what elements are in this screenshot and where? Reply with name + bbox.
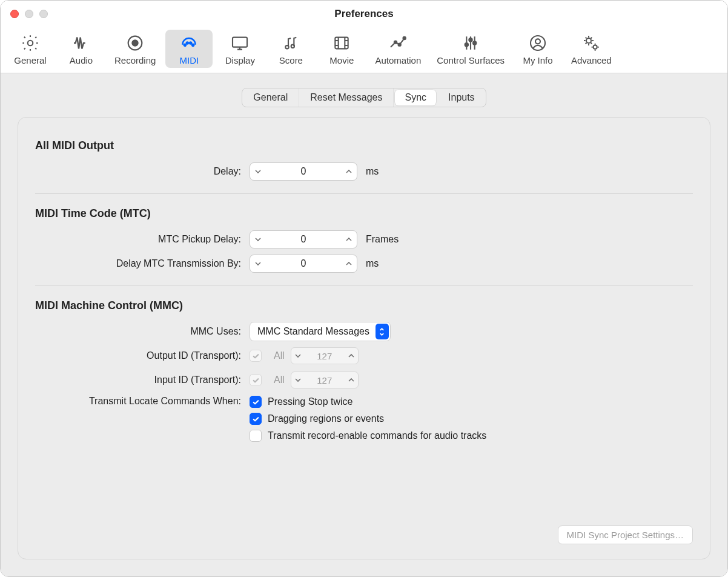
delay-stepper[interactable]: 0 — [250, 162, 357, 181]
tab-advanced[interactable]: Advanced — [565, 30, 618, 68]
input-id-value: 127 — [305, 375, 345, 385]
sliders-icon — [460, 33, 481, 53]
midi-sync-project-settings-button[interactable]: MIDI Sync Project Settings… — [558, 525, 693, 544]
svg-point-9 — [291, 45, 294, 48]
row-mtc-pickup: MTC Pickup Delay: 0 Frames — [35, 227, 693, 252]
subtab-sync[interactable]: Sync — [395, 90, 436, 105]
svg-point-0 — [28, 41, 33, 46]
row-input-id: Input ID (Transport): All 127 — [35, 368, 693, 392]
svg-rect-7 — [233, 38, 247, 47]
chevron-up-icon — [345, 372, 358, 388]
divider — [35, 193, 693, 194]
minimize-window-button[interactable] — [25, 10, 33, 18]
popup-arrows-icon — [376, 324, 389, 339]
display-icon — [229, 33, 251, 53]
label-mmc-uses: MMC Uses: — [35, 326, 241, 337]
gears-icon — [580, 33, 602, 53]
tab-automation[interactable]: Automation — [369, 30, 427, 68]
checkbox-stop-twice-row: Pressing Stop twice — [250, 393, 693, 410]
unit-ms: ms — [366, 166, 693, 177]
svg-point-5 — [190, 42, 191, 44]
chevron-up-icon — [345, 348, 358, 364]
tab-display[interactable]: Display — [216, 30, 263, 68]
row-transmit-locate: Transmit Locate Commands When: Pressing … — [35, 392, 693, 445]
input-id-all-checkbox[interactable] — [250, 374, 262, 386]
input-id-stepper: 127 — [291, 372, 359, 389]
delay-value: 0 — [266, 166, 341, 177]
unit-ms: ms — [366, 258, 693, 269]
output-id-stepper: 127 — [291, 347, 359, 364]
svg-point-18 — [535, 39, 540, 44]
tab-label: Display — [225, 55, 255, 65]
tab-label: Score — [279, 55, 303, 65]
svg-point-16 — [473, 41, 476, 44]
automation-icon — [387, 33, 409, 53]
checkbox-drag-regions-row: Dragging regions or events — [250, 410, 693, 427]
row-delay: Delay: 0 ms — [35, 159, 693, 184]
svg-point-13 — [403, 37, 406, 39]
tab-recording[interactable]: Recording — [108, 30, 162, 68]
mtc-tx-stepper[interactable]: 0 — [250, 255, 357, 273]
checkbox-stop-twice[interactable] — [250, 396, 262, 408]
tab-midi[interactable]: MIDI — [165, 30, 213, 68]
checkbox-stop-twice-label: Pressing Stop twice — [268, 396, 353, 407]
music-notes-icon — [280, 33, 302, 53]
preferences-window: Preferences General Audio Recording MID — [0, 0, 728, 577]
mtc-tx-value: 0 — [266, 258, 341, 269]
chevron-up-icon[interactable] — [341, 231, 357, 248]
tab-label: Movie — [329, 55, 354, 65]
mmc-uses-popup[interactable]: MMC Standard Messages — [250, 322, 391, 341]
subtab-general[interactable]: General — [242, 88, 299, 107]
output-id-all-checkbox[interactable] — [250, 350, 262, 362]
chevron-down-icon[interactable] — [250, 255, 266, 272]
svg-point-19 — [586, 38, 591, 43]
checkbox-drag-regions[interactable] — [250, 413, 262, 425]
chevron-down-icon — [291, 348, 305, 364]
label-transmit-locate: Transmit Locate Commands When: — [35, 393, 241, 407]
section-title-mmc: MIDI Machine Control (MMC) — [35, 299, 693, 312]
label-mtc-pickup: MTC Pickup Delay: — [35, 234, 241, 245]
tab-my-info[interactable]: My Info — [514, 30, 561, 68]
output-id-all-label: All — [274, 350, 285, 361]
tab-label: My Info — [523, 55, 552, 65]
subtab-reset-messages[interactable]: Reset Messages — [299, 88, 394, 107]
svg-point-20 — [594, 45, 597, 49]
svg-point-14 — [465, 43, 468, 46]
checkbox-rec-enable[interactable] — [250, 430, 262, 442]
row-mmc-uses: MMC Uses: MMC Standard Messages — [35, 319, 693, 344]
chevron-up-icon[interactable] — [341, 255, 357, 272]
mmc-uses-value: MMC Standard Messages — [257, 326, 369, 337]
chevron-down-icon — [291, 372, 305, 388]
chevron-down-icon[interactable] — [250, 163, 266, 180]
gear-icon — [19, 33, 41, 53]
tab-audio[interactable]: Audio — [58, 30, 105, 68]
close-window-button[interactable] — [10, 10, 19, 18]
svg-point-15 — [469, 38, 472, 41]
chevron-down-icon[interactable] — [250, 231, 266, 248]
content: General Reset Messages Sync Inputs All M… — [1, 73, 727, 576]
tab-general[interactable]: General — [7, 30, 54, 68]
settings-panel: All MIDI Output Delay: 0 ms MIDI Time Co… — [18, 117, 710, 559]
mtc-pickup-value: 0 — [266, 234, 341, 245]
person-circle-icon — [527, 33, 549, 53]
row-mtc-tx: Delay MTC Transmission By: 0 ms — [35, 252, 693, 276]
tab-label: Control Surfaces — [437, 55, 505, 65]
output-id-value: 127 — [305, 351, 345, 361]
section-title-all-midi-output: All MIDI Output — [35, 139, 693, 152]
tab-score[interactable]: Score — [267, 30, 314, 68]
subtab-inputs[interactable]: Inputs — [437, 88, 486, 107]
tab-control-surfaces[interactable]: Control Surfaces — [431, 30, 511, 68]
mtc-pickup-stepper[interactable]: 0 — [250, 230, 357, 248]
chevron-up-icon[interactable] — [341, 163, 357, 180]
tab-label: General — [14, 55, 46, 65]
svg-point-6 — [192, 44, 194, 46]
toolbar: General Audio Recording MIDI Display — [1, 27, 727, 73]
tab-label: MIDI — [180, 55, 199, 65]
checkbox-drag-regions-label: Dragging regions or events — [268, 413, 384, 424]
divider — [35, 285, 693, 286]
row-output-id: Output ID (Transport): All 127 — [35, 344, 693, 368]
svg-point-2 — [133, 40, 138, 45]
zoom-window-button[interactable] — [39, 10, 48, 18]
tab-movie[interactable]: Movie — [318, 30, 365, 68]
unit-frames: Frames — [366, 234, 693, 245]
